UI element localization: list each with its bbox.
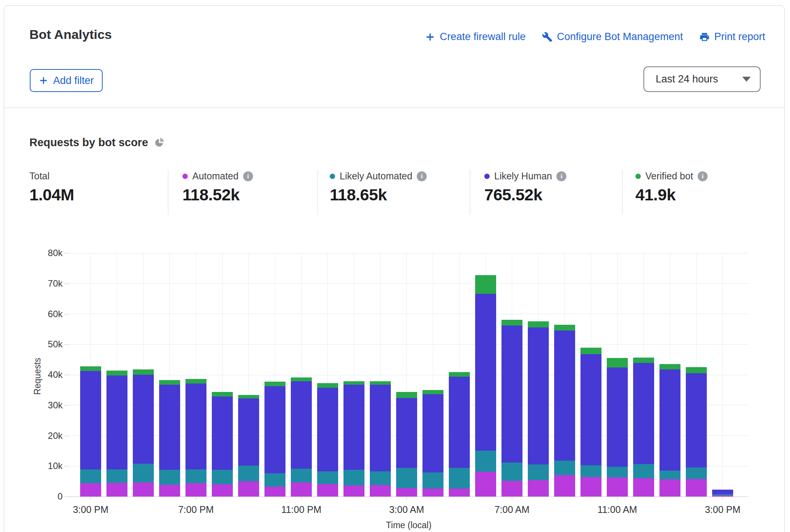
stat-verified-bot: Verified boti41.9k <box>635 171 708 204</box>
time-range-value: Last 24 hours <box>656 73 742 85</box>
stat-automated: Automatedi118.52k <box>182 171 253 204</box>
x-tick-mark <box>301 497 301 500</box>
bar-segment-verified-bot <box>264 382 285 386</box>
bar-segment-likely-automated <box>659 471 680 479</box>
stat-divider <box>168 170 168 215</box>
info-icon[interactable]: i <box>243 171 253 181</box>
y-tick-label: 70k <box>19 278 63 289</box>
bar-segment-likely-automated <box>133 464 154 482</box>
section-title: Requests by bot score <box>29 136 164 149</box>
x-tick-label: 7:00 AM <box>495 504 530 515</box>
header-divider <box>4 108 784 108</box>
stat-value: 118.52k <box>182 185 253 204</box>
x-tick-label: 11:00 AM <box>598 504 637 515</box>
bar-segment-likely-automated <box>607 467 628 477</box>
x-tick-label: 3:00 PM <box>73 504 108 515</box>
bar-segment-verified-bot <box>185 379 206 384</box>
y-tick-mark <box>64 253 69 253</box>
chart-bar-6-00-am <box>475 275 496 497</box>
print-report-link[interactable]: Print report <box>699 31 765 43</box>
chart-bar-10-00-pm <box>264 382 285 497</box>
bar-segment-automated <box>133 482 154 497</box>
bar-segment-likely-automated <box>370 471 391 485</box>
y-tick-label: 50k <box>19 339 63 350</box>
bar-segment-likely-automated <box>212 470 233 484</box>
y-tick-label: 30k <box>19 400 63 411</box>
bar-segment-automated <box>291 482 312 497</box>
chart-bar-3-00-am <box>396 392 417 497</box>
bar-segment-likely-automated <box>449 468 470 488</box>
horizontal-gridline <box>69 314 748 314</box>
bar-segment-automated <box>607 477 628 497</box>
bar-segment-verified-bot <box>80 366 101 371</box>
x-tick-mark <box>512 497 512 500</box>
create-firewall-rule-link[interactable]: Create firewall rule <box>424 31 526 43</box>
y-tick-mark <box>64 344 69 345</box>
configure-bot-management-link[interactable]: Configure Bot Management <box>542 31 683 43</box>
stat-total: Total 1.04M <box>29 171 74 204</box>
stat-label: Likely Automated <box>340 171 412 182</box>
bar-segment-likely-automated <box>185 469 206 483</box>
y-tick-mark <box>64 314 69 314</box>
bar-segment-verified-bot <box>554 325 575 330</box>
chart-bar-10-00-am <box>580 348 601 497</box>
bar-segment-automated <box>106 483 127 497</box>
chart-bar-7-00-am <box>501 320 522 497</box>
info-icon[interactable]: i <box>698 171 708 181</box>
bar-segment-likely-human <box>80 371 101 469</box>
bar-segment-likely-automated <box>396 468 417 488</box>
x-tick-label: 7:00 PM <box>178 504 214 515</box>
y-tick-mark <box>64 436 69 436</box>
bar-segment-automated <box>659 479 680 497</box>
chart-bar-12-00-pm <box>633 358 654 497</box>
chart-bar-2-00-am <box>370 381 391 497</box>
chart-bar-7-00-pm <box>185 379 206 497</box>
stat-label: Automated <box>192 171 239 182</box>
bar-segment-likely-human <box>370 385 391 471</box>
bar-segment-likely-automated <box>686 468 707 479</box>
y-axis-title: Requests <box>32 358 43 395</box>
bar-segment-automated <box>80 483 101 497</box>
info-icon[interactable]: i <box>556 171 566 181</box>
bar-segment-verified-bot <box>133 369 154 375</box>
action-label: Print report <box>714 31 765 43</box>
chart-bar-3-00-pm <box>80 366 101 497</box>
bar-segment-likely-automated <box>317 471 338 484</box>
bar-segment-automated <box>370 485 391 497</box>
bar-segment-verified-bot <box>159 380 180 385</box>
x-tick-label: 11:00 PM <box>281 504 321 515</box>
y-tick-label: 10k <box>19 461 63 471</box>
bar-segment-likely-automated <box>343 470 364 486</box>
chart-bar-9-00-am <box>554 325 575 497</box>
bar-segment-automated <box>475 472 496 497</box>
bar-segment-automated <box>264 487 285 497</box>
time-range-select[interactable]: Last 24 hours <box>643 66 761 92</box>
action-label: Configure Bot Management <box>557 31 683 43</box>
x-tick-mark <box>196 497 196 500</box>
page-title: Bot Analytics <box>29 27 112 42</box>
bar-segment-likely-human <box>475 294 496 451</box>
chart-bar-8-00-am <box>528 321 549 497</box>
action-label: Create firewall rule <box>440 31 526 43</box>
bar-segment-verified-bot <box>633 358 654 363</box>
stat-label: Verified bot <box>645 171 693 182</box>
bar-segment-automated <box>396 488 417 497</box>
horizontal-gridline <box>69 283 748 284</box>
bar-segment-automated <box>449 488 470 497</box>
bar-segment-likely-human <box>422 394 443 472</box>
bar-segment-likely-human <box>238 398 259 465</box>
bar-segment-likely-human <box>106 376 127 469</box>
info-icon[interactable]: i <box>417 171 427 181</box>
bar-segment-verified-bot <box>659 364 680 369</box>
stat-divider <box>470 170 470 215</box>
bar-segment-automated <box>343 485 364 497</box>
chart-bar-3-00-pm <box>712 490 733 497</box>
bar-segment-likely-automated <box>264 473 285 487</box>
chart-bar-1-00-pm <box>659 364 680 497</box>
bar-segment-verified-bot <box>317 383 338 387</box>
add-filter-button[interactable]: Add filter <box>30 69 103 92</box>
chart-bar-2-00-pm <box>686 367 707 497</box>
chart-bar-5-00-pm <box>133 369 154 497</box>
chart-bar-9-00-pm <box>238 395 259 497</box>
stat-value: 765.52k <box>484 185 566 204</box>
